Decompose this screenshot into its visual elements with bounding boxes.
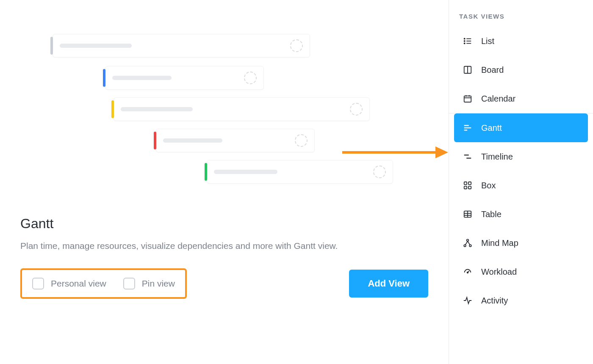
view-item-calendar[interactable]: Calendar	[454, 84, 588, 113]
workload-icon	[463, 267, 473, 277]
task-views-sidebar: TASK VIEWS List Board Calendar Gantt	[449, 0, 593, 364]
gantt-preview-bar	[156, 129, 315, 152]
svg-rect-22	[468, 186, 471, 189]
view-description-block: Gantt Plan time, manage resources, visua…	[20, 216, 428, 253]
view-item-list[interactable]: List	[454, 27, 588, 55]
placeholder-line	[214, 170, 277, 174]
view-item-label: Board	[481, 65, 504, 75]
view-description: Plan time, manage resources, visualize d…	[20, 239, 385, 253]
svg-line-30	[466, 241, 468, 245]
view-item-label: Timeline	[481, 152, 513, 162]
view-item-label: Box	[481, 181, 496, 190]
gantt-preview-bar	[53, 34, 310, 58]
avatar-placeholder-icon	[290, 39, 303, 52]
list-icon	[463, 36, 473, 46]
svg-marker-1	[435, 146, 448, 158]
gantt-color-tab	[205, 163, 207, 181]
mind-map-icon	[463, 238, 473, 248]
placeholder-line	[163, 138, 222, 143]
view-item-label: Activity	[481, 296, 508, 306]
svg-rect-19	[464, 182, 467, 185]
personal-view-checkbox[interactable]: Personal view	[32, 278, 106, 290]
view-item-label: List	[481, 36, 494, 46]
gantt-color-tab	[50, 37, 53, 55]
view-item-mind-map[interactable]: Mind Map	[454, 229, 588, 257]
avatar-placeholder-icon	[295, 134, 308, 147]
activity-icon	[463, 295, 473, 306]
gantt-preview-bar	[114, 97, 370, 121]
view-item-activity[interactable]: Activity	[454, 286, 588, 315]
view-item-timeline[interactable]: Timeline	[454, 142, 588, 171]
placeholder-line	[60, 44, 132, 48]
gantt-icon	[463, 123, 473, 133]
gantt-color-tab	[111, 100, 114, 118]
checkbox-box-icon	[32, 278, 44, 290]
box-icon	[463, 180, 473, 190]
svg-line-31	[468, 241, 470, 245]
gantt-preview-bar	[207, 160, 393, 184]
avatar-placeholder-icon	[350, 103, 363, 116]
svg-point-2	[464, 38, 465, 39]
view-item-label: Table	[481, 210, 502, 219]
view-item-label: Mind Map	[481, 238, 518, 248]
view-item-label: Gantt	[481, 123, 502, 133]
add-view-button[interactable]: Add View	[349, 270, 428, 298]
gantt-illustration	[20, 21, 406, 203]
board-icon	[463, 65, 473, 75]
calendar-icon	[463, 94, 473, 104]
view-item-label: Calendar	[481, 94, 515, 104]
gantt-color-tab	[103, 69, 105, 87]
gantt-preview-bar	[105, 66, 264, 90]
main-panel: Gantt Plan time, manage resources, visua…	[0, 0, 449, 364]
svg-rect-10	[464, 96, 471, 102]
view-item-board[interactable]: Board	[454, 55, 588, 84]
checkbox-box-icon	[123, 278, 135, 290]
svg-point-4	[464, 41, 465, 41]
placeholder-line	[112, 76, 172, 80]
svg-rect-21	[464, 186, 467, 189]
view-title: Gantt	[20, 216, 428, 232]
avatar-placeholder-icon	[244, 72, 257, 84]
view-item-workload[interactable]: Workload	[454, 257, 588, 286]
view-item-table[interactable]: Table	[454, 200, 588, 229]
svg-point-27	[467, 239, 469, 241]
view-item-box[interactable]: Box	[454, 171, 588, 200]
svg-point-33	[467, 272, 468, 273]
timeline-icon	[463, 152, 473, 162]
gantt-color-tab	[154, 132, 156, 149]
pin-view-label: Pin view	[142, 279, 175, 289]
view-options-row: Personal view Pin view Add View	[20, 268, 428, 299]
avatar-placeholder-icon	[373, 165, 386, 178]
table-icon	[463, 209, 473, 219]
svg-rect-20	[468, 182, 471, 185]
sidebar-header: TASK VIEWS	[449, 13, 593, 27]
view-options-highlight: Personal view Pin view	[20, 268, 187, 299]
personal-view-label: Personal view	[51, 279, 106, 289]
svg-point-6	[464, 43, 465, 44]
placeholder-line	[121, 107, 193, 111]
view-item-gantt[interactable]: Gantt	[454, 113, 588, 142]
view-item-label: Workload	[481, 267, 517, 277]
pin-view-checkbox[interactable]: Pin view	[123, 278, 175, 290]
